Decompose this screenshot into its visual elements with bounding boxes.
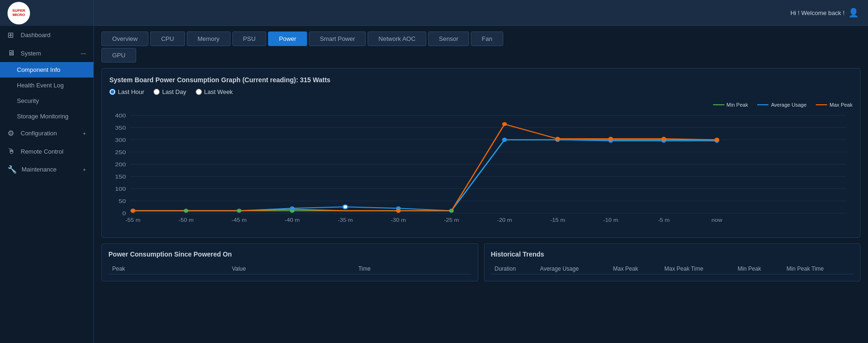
power-consumption-title: Power Consumption Since Powered On [108, 250, 471, 258]
sidebar-item-maintenance[interactable]: 🔧 Maintenance + [0, 160, 93, 179]
svg-text:350: 350 [115, 125, 126, 131]
svg-text:-20 m: -20 m [497, 218, 512, 223]
maintenance-expand-icon: + [83, 167, 86, 172]
sidebar-item-security[interactable]: Security [0, 93, 93, 109]
main-content: Hi ! Welcome back ! 👤 Overview CPU Memor… [94, 0, 868, 343]
col-max-peak: Max Peak [609, 264, 661, 274]
topbar: Hi ! Welcome back ! 👤 [94, 0, 868, 26]
col-min-peak: Min Peak [734, 264, 783, 274]
legend-min-peak-line [713, 104, 724, 105]
radio-last-hour-label[interactable]: Last Hour [109, 88, 144, 95]
svg-text:-25 m: -25 m [444, 218, 459, 223]
sidebar-item-configuration[interactable]: ⚙ Configuration + [0, 124, 93, 142]
avg-dot [290, 206, 294, 210]
power-consumption-panel: Power Consumption Since Powered On Peak … [101, 243, 478, 281]
welcome-text: Hi ! Welcome back ! [791, 9, 845, 16]
svg-text:-5 m: -5 m [658, 218, 669, 223]
system-icon: 🖥 [8, 49, 16, 57]
col-time: Time [354, 264, 471, 274]
sidebar-item-label: Maintenance [22, 166, 56, 173]
legend-min-peak: Min Peak [713, 102, 748, 108]
historical-trends-table: Duration Average Usage Max Peak Max Peak… [491, 264, 854, 274]
max-dot [608, 137, 613, 140]
sidebar-item-health-event-log[interactable]: Health Event Log [0, 78, 93, 93]
dashboard-icon: ⊞ [8, 31, 16, 39]
svg-text:150: 150 [115, 174, 126, 180]
max-dot [714, 138, 719, 141]
min-peak-dot [237, 209, 241, 212]
bottom-panels: Power Consumption Since Powered On Peak … [101, 243, 860, 281]
col-min-peak-time: Min Peak Time [783, 264, 853, 274]
power-consumption-chart: 400 350 300 250 200 150 100 50 0 [109, 110, 853, 228]
tab-memory[interactable]: Memory [187, 31, 230, 46]
svg-text:400: 400 [115, 113, 126, 119]
col-max-peak-time: Max Peak Time [661, 264, 734, 274]
max-dot [502, 122, 507, 126]
svg-text:-10 m: -10 m [603, 218, 618, 223]
tab-smart-power[interactable]: Smart Power [309, 31, 366, 46]
col-duration: Duration [491, 264, 537, 274]
tab-bar-row2: GPU [101, 48, 860, 62]
min-peak-dot [449, 209, 454, 212]
col-peak: Peak [108, 264, 228, 274]
radio-last-hour[interactable] [109, 89, 115, 95]
min-peak-line [133, 140, 717, 211]
sidebar-item-label: Configuration [21, 130, 57, 137]
legend-max-peak: Max Peak [816, 102, 853, 108]
time-range-radio-group: Last Hour Last Day Last Week [109, 88, 853, 95]
content-area: Overview CPU Memory PSU Power Smart Powe… [94, 26, 868, 343]
chart-title: System Board Power Consumption Graph (Cu… [109, 76, 853, 84]
tab-overview[interactable]: Overview [101, 31, 148, 46]
historical-trends-title: Historical Trends [491, 250, 854, 258]
tab-fan[interactable]: Fan [471, 31, 503, 46]
configuration-expand-icon: + [83, 131, 86, 136]
tab-gpu[interactable]: GPU [101, 48, 136, 62]
legend-average-usage-line [757, 104, 768, 105]
sidebar-item-label: Dashboard [21, 31, 51, 39]
sidebar-item-component-info[interactable]: Component Info [0, 62, 93, 78]
svg-text:-50 m: -50 m [178, 218, 193, 223]
sidebar-item-label: System [21, 50, 41, 57]
svg-text:-40 m: -40 m [284, 218, 300, 223]
svg-text:-30 m: -30 m [391, 218, 406, 223]
tab-network-aoc[interactable]: Network AOC [368, 31, 426, 46]
svg-text:-45 m: -45 m [231, 218, 246, 223]
max-dot [131, 209, 135, 212]
tab-sensor[interactable]: Sensor [428, 31, 469, 46]
legend-max-peak-line [816, 104, 827, 105]
user-icon: 👤 [848, 8, 859, 18]
radio-last-week[interactable] [196, 89, 202, 95]
tab-cpu[interactable]: CPU [150, 31, 184, 46]
max-peak-line [133, 124, 717, 210]
radio-last-day[interactable] [154, 89, 160, 95]
avg-dot [502, 138, 507, 141]
svg-text:now: now [712, 218, 723, 223]
avg-dot [343, 205, 348, 209]
tab-power[interactable]: Power [268, 31, 307, 46]
max-dot [661, 137, 666, 140]
max-dot [555, 137, 560, 140]
sidebar-item-remote-control[interactable]: 🖱 Remote Control [0, 142, 93, 160]
svg-text:-55 m: -55 m [125, 218, 140, 223]
power-chart-container: System Board Power Consumption Graph (Cu… [101, 68, 860, 238]
sidebar-item-storage-monitoring[interactable]: Storage Monitoring [0, 109, 93, 124]
svg-text:100: 100 [115, 186, 126, 192]
col-value: Value [228, 264, 354, 274]
min-peak-dot [184, 209, 188, 212]
configuration-icon: ⚙ [8, 129, 16, 138]
maintenance-icon: 🔧 [8, 165, 17, 174]
svg-text:200: 200 [115, 162, 126, 168]
radio-last-day-label[interactable]: Last Day [154, 88, 186, 95]
tab-bar-row1: Overview CPU Memory PSU Power Smart Powe… [101, 31, 860, 46]
remote-control-icon: 🖱 [8, 147, 16, 156]
sidebar: SUPER MICRO ⊞ Dashboard 🖥 System — Compo… [0, 0, 94, 343]
sidebar-item-system[interactable]: 🖥 System — [0, 44, 93, 62]
sidebar-item-dashboard[interactable]: ⊞ Dashboard [0, 26, 93, 44]
legend-average-usage: Average Usage [757, 102, 807, 108]
col-avg-usage: Average Usage [536, 264, 609, 274]
y-axis: 400 350 300 250 200 150 100 50 0 [115, 113, 846, 217]
radio-last-week-label[interactable]: Last Week [196, 88, 233, 95]
tab-psu[interactable]: PSU [232, 31, 267, 46]
average-usage-line [133, 140, 717, 211]
svg-text:250: 250 [115, 149, 126, 156]
